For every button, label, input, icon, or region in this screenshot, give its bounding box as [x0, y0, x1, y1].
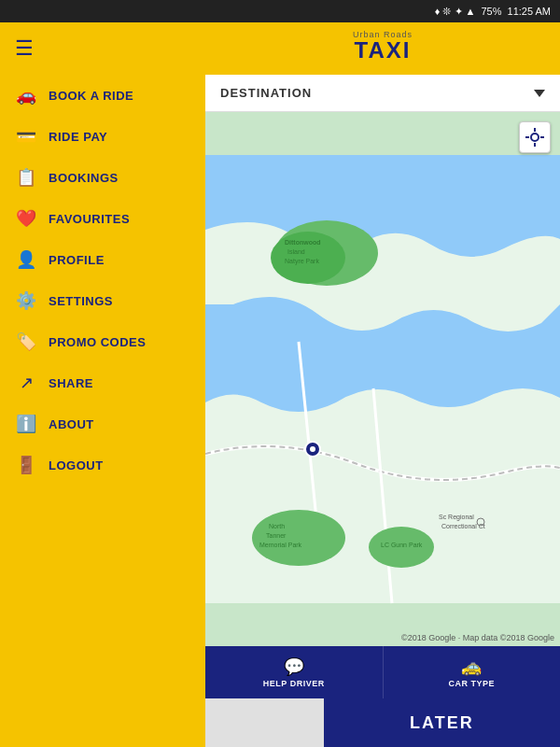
nav-items: 🚗 BOOK A RIDE 💳 RIDE PAY 📋 BOOKINGS ❤️ F… [0, 75, 205, 486]
tab-car-type[interactable]: 🚕 CAR TYPE [384, 646, 561, 698]
svg-point-17 [531, 134, 539, 141]
map-svg: Dittonwood Island Natyre Park North Tann… [205, 112, 560, 646]
bookings-icon: 📋 [15, 166, 37, 189]
status-icons: ♦ ❊ ✦ ▲ [435, 6, 476, 18]
share-label: SHARE [49, 376, 93, 390]
bottom-tabs: 💬 HELP DRIVER 🚕 CAR TYPE [205, 646, 560, 698]
sidebar-item-favourites[interactable]: ❤️ FAVOURITES [0, 198, 205, 239]
logout-icon: 🚪 [15, 454, 37, 476]
sidebar-item-ride-pay[interactable]: 💳 RIDE PAY [0, 116, 205, 157]
app-container: ☰ 🚗 BOOK A RIDE 💳 RIDE PAY 📋 BOOKINGS ❤️… [0, 22, 560, 747]
about-icon: ℹ️ [15, 413, 37, 435]
svg-text:Natyre Park: Natyre Park [285, 258, 319, 265]
promo-codes-label: PROMO CODES [49, 335, 146, 349]
book-ride-label: BOOK A RIDE [49, 89, 133, 103]
bottom-action-bar: LATER [205, 698, 560, 747]
hamburger-menu-icon[interactable]: ☰ [15, 36, 34, 61]
bookings-label: BOOKINGS [49, 171, 119, 185]
ride-pay-icon: 💳 [15, 125, 37, 148]
sidebar-item-logout[interactable]: 🚪 LOGOUT [0, 444, 205, 486]
sidebar: ☰ 🚗 BOOK A RIDE 💳 RIDE PAY 📋 BOOKINGS ❤️… [0, 22, 205, 747]
book-ride-icon: 🚗 [15, 84, 37, 106]
status-bar: ♦ ❊ ✦ ▲ 75% 11:25 AM [0, 0, 560, 22]
svg-point-13 [310, 446, 315, 452]
car-type-label: CAR TYPE [448, 679, 495, 688]
help-driver-label: HELP DRIVER [263, 679, 325, 688]
map-credit: ©2018 Google · Map data ©2018 Google [401, 633, 554, 642]
help-driver-icon: 💬 [284, 656, 304, 677]
settings-icon: ⚙️ [15, 289, 37, 312]
profile-label: PROFILE [49, 253, 105, 267]
svg-text:North: North [269, 523, 285, 529]
sidebar-item-book-ride[interactable]: 🚗 BOOK A RIDE [0, 75, 205, 116]
sidebar-item-about[interactable]: ℹ️ ABOUT [0, 403, 205, 444]
about-label: ABOUT [49, 417, 94, 431]
location-button[interactable] [519, 121, 551, 153]
later-button[interactable]: LATER [324, 698, 560, 747]
svg-text:Memorial Park: Memorial Park [259, 542, 302, 548]
app-title: TAXI [355, 37, 412, 63]
destination-label: DESTINATION [220, 86, 312, 100]
sidebar-item-profile[interactable]: 👤 PROFILE [0, 239, 205, 280]
settings-label: SETTINGS [49, 294, 113, 308]
main-header: Urban Roads TAXI [205, 22, 560, 75]
car-type-icon: 🚕 [461, 656, 482, 677]
promo-codes-icon: 🏷️ [15, 331, 37, 353]
svg-text:Correctional Ct: Correctional Ct [441, 523, 485, 529]
svg-text:Sc Regional: Sc Regional [439, 514, 474, 521]
tab-help-driver[interactable]: 💬 HELP DRIVER [205, 646, 384, 698]
logout-label: LOGOUT [49, 458, 104, 472]
profile-icon: 👤 [15, 248, 37, 271]
svg-text:Dittonwood: Dittonwood [285, 239, 321, 246]
destination-bar[interactable]: DESTINATION [205, 75, 560, 112]
map-area: Dittonwood Island Natyre Park North Tann… [205, 112, 560, 646]
chevron-down-icon [534, 90, 545, 97]
locate-icon [525, 128, 544, 147]
ride-pay-label: RIDE PAY [49, 130, 107, 144]
sidebar-item-promo-codes[interactable]: 🏷️ PROMO CODES [0, 321, 205, 362]
sidebar-header: ☰ [0, 22, 205, 75]
favourites-label: FAVOURITES [49, 212, 130, 226]
battery-level: 75% [481, 6, 501, 17]
sidebar-item-settings[interactable]: ⚙️ SETTINGS [0, 280, 205, 321]
sidebar-item-bookings[interactable]: 📋 BOOKINGS [0, 157, 205, 198]
svg-text:Tanner: Tanner [266, 532, 287, 539]
main-panel: Urban Roads TAXI DESTINATION Dittonwood … [205, 22, 560, 747]
svg-text:Island: Island [287, 248, 305, 255]
favourites-icon: ❤️ [15, 207, 37, 230]
time: 11:25 AM [508, 6, 551, 17]
svg-text:LC Gunn Park: LC Gunn Park [381, 542, 423, 548]
share-icon: ↗ [15, 372, 37, 394]
sidebar-item-share[interactable]: ↗ SHARE [0, 362, 205, 403]
action-left-panel [205, 698, 324, 747]
app-subtitle: Urban Roads [353, 30, 413, 39]
